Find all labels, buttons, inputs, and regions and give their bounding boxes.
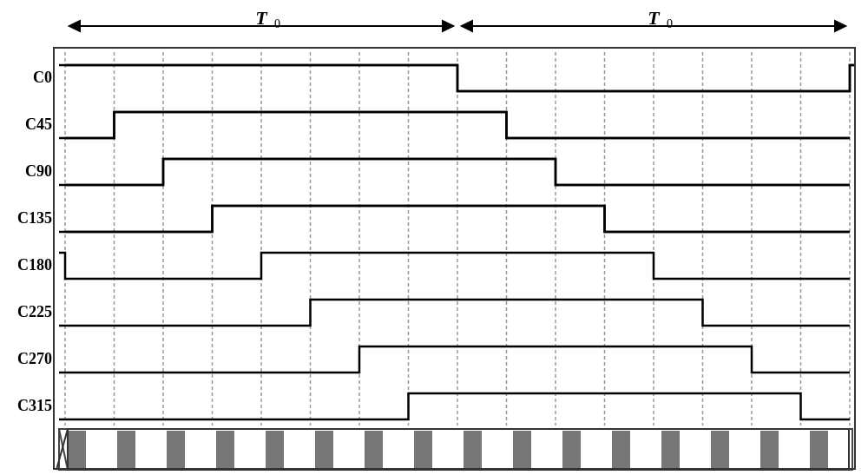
- t0-label-left: T: [255, 7, 268, 29]
- svg-rect-34: [117, 431, 135, 468]
- svg-rect-36: [216, 431, 234, 468]
- svg-rect-0: [0, 0, 868, 475]
- svg-rect-48: [810, 431, 828, 468]
- svg-rect-44: [612, 431, 630, 468]
- svg-rect-39: [365, 431, 383, 468]
- svg-rect-40: [414, 431, 432, 468]
- svg-rect-46: [711, 431, 729, 468]
- timing-diagram: T 0 T 0 C0 C45 C90: [0, 0, 868, 475]
- svg-rect-42: [513, 431, 531, 468]
- label-c180: C180: [17, 256, 52, 274]
- svg-rect-41: [464, 431, 482, 468]
- label-c135: C135: [17, 209, 52, 227]
- svg-rect-33: [68, 431, 86, 468]
- label-c45: C45: [25, 115, 52, 133]
- svg-rect-37: [266, 431, 284, 468]
- label-c90: C90: [25, 162, 52, 180]
- label-c270: C270: [17, 350, 52, 367]
- svg-rect-38: [315, 431, 333, 468]
- label-c315: C315: [17, 397, 52, 414]
- label-c225: C225: [17, 303, 52, 320]
- bottom-bar-stripes: [56, 429, 852, 470]
- t0-subscript-left: 0: [274, 17, 280, 30]
- svg-rect-47: [760, 431, 779, 468]
- svg-rect-43: [562, 431, 581, 468]
- label-c0: C0: [33, 69, 52, 86]
- svg-rect-45: [661, 431, 680, 468]
- t0-subscript-right: 0: [667, 17, 673, 30]
- t0-label-right: T: [648, 7, 661, 29]
- svg-rect-35: [167, 431, 185, 468]
